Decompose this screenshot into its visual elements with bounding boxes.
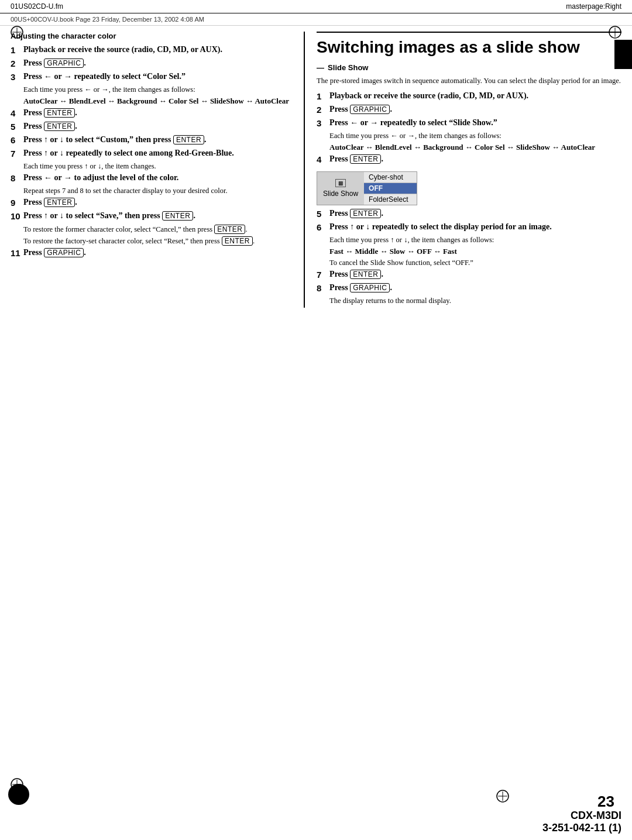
- left-step-10-indent2: To restore the factory-set character col…: [23, 236, 292, 246]
- enter-btn-l10a: ENTER: [214, 225, 245, 234]
- left-step-8-indent: Repeat steps 7 and 8 to set the characte…: [23, 187, 292, 195]
- left-step-7: 7 Press ↑ or ↓ repeatedly to select one …: [11, 149, 292, 159]
- right-step-2: 2 Press GRAPHIC.: [317, 105, 621, 115]
- left-step-9: 9 Press ENTER.: [11, 198, 292, 208]
- header-right: masterpage:Right: [566, 2, 621, 11]
- page-content: Adjusting the character color 1 Playback…: [0, 26, 632, 343]
- header-bar: 01US02CD-U.fm masterpage:Right: [0, 0, 632, 13]
- left-step-3: 3 Press ← or → repeatedly to select “Col…: [11, 72, 292, 82]
- menu-item-folderselect: FolderSelect: [364, 194, 417, 205]
- corner-tr-crosshair: [609, 26, 621, 41]
- left-step-3-flow: AutoClear ↔ BlendLevel ↔ Background ↔ Co…: [23, 97, 292, 106]
- model-name: CDX-M3DI: [542, 810, 621, 822]
- left-step-5: 5 Press ENTER.: [11, 122, 292, 132]
- menu-screenshot: ▩ Slide Show Cyber-shot OFF FolderSelect: [317, 171, 417, 205]
- enter-btn-l9: ENTER: [44, 198, 75, 207]
- right-intro-text: The pre-stored images switch in sequence…: [317, 77, 621, 85]
- corner-br-crosshair: [496, 790, 509, 805]
- left-step-6: 6 Press ↑ or ↓ to select “Custom,” then …: [11, 135, 292, 145]
- menu-slide-show-label: Slide Show: [323, 190, 358, 198]
- enter-btn-l10: ENTER: [162, 211, 193, 221]
- left-step-7-indent: Each time you press ↑ or ↓, the item cha…: [23, 162, 292, 171]
- right-step-3-flow: AutoClear ↔ BlendLevel ↔ Background ↔ Co…: [329, 143, 621, 152]
- graphic-btn-r8: GRAPHIC: [350, 283, 390, 292]
- menu-icon: ▩: [335, 179, 346, 187]
- left-step-2: 2 Press GRAPHIC.: [11, 58, 292, 68]
- right-step-6: 6 Press ↑ or ↓ repeatedly to select the …: [317, 222, 621, 232]
- left-step-10: 10 Press ↑ or ↓ to select “Save,” then p…: [11, 211, 292, 221]
- page-number: 23: [597, 793, 614, 811]
- enter-btn-l4: ENTER: [44, 108, 75, 118]
- right-step-5: 5 Press ENTER.: [317, 209, 621, 219]
- menu-right: Cyber-shot OFF FolderSelect: [364, 172, 417, 205]
- enter-btn-l5: ENTER: [44, 122, 75, 131]
- enter-btn-r4: ENTER: [350, 154, 381, 164]
- left-step-3-indent: Each time you press ← or →, the item cha…: [23, 85, 292, 94]
- right-step-7: 7 Press ENTER.: [317, 270, 621, 280]
- right-step-8-indent: The display returns to the normal displa…: [329, 297, 621, 305]
- graphic-btn-r2: GRAPHIC: [350, 105, 390, 114]
- part-number: 3-251-042-11 (1): [542, 822, 621, 834]
- left-step-4: 4 Press ENTER.: [11, 108, 292, 118]
- right-column: Switching images as a slide show Slide S…: [304, 32, 621, 308]
- corner-tl-crosshair: [11, 26, 23, 41]
- left-step-1: 1 Playback or receive the source (radio,…: [11, 45, 292, 55]
- header-left: 01US02CD-U.fm: [11, 2, 63, 11]
- right-step-1: 1 Playback or receive the source (radio,…: [317, 91, 621, 101]
- left-step-8: 8 Press ← or → to adjust the level of th…: [11, 173, 292, 183]
- enter-btn-l6: ENTER: [173, 135, 204, 144]
- right-step-6-indent: Each time you press ↑ or ↓, the item cha…: [329, 236, 621, 245]
- black-circle-marker: [8, 784, 29, 805]
- left-column: Adjusting the character color 1 Playback…: [11, 32, 304, 308]
- graphic-btn-l11: GRAPHIC: [44, 248, 84, 257]
- right-step-6-flow: Fast ↔ Middle ↔ Slow ↔ OFF ↔ Fast: [329, 247, 621, 256]
- black-square-marker: [614, 40, 632, 69]
- menu-item-off: OFF: [364, 183, 417, 194]
- right-step-6-cancel: To cancel the Slide Show function, selec…: [329, 259, 621, 267]
- left-step-10-indent1: To restore the former character color, s…: [23, 225, 292, 234]
- graphic-btn-l2: GRAPHIC: [44, 58, 84, 68]
- enter-btn-l10b: ENTER: [222, 236, 253, 246]
- right-big-title: Switching images as a slide show: [317, 32, 621, 57]
- enter-btn-r7: ENTER: [350, 270, 381, 279]
- right-step-3: 3 Press ← or → repeatedly to select “Sli…: [317, 118, 621, 128]
- right-step-3-indent: Each time you press ← or →, the item cha…: [329, 132, 621, 140]
- left-section-title: Adjusting the character color: [11, 32, 292, 40]
- sub-header-text: 00US+00COV-U.book Page 23 Friday, Decemb…: [11, 16, 204, 23]
- right-step-4: 4 Press ENTER.: [317, 154, 621, 164]
- slide-show-label: Slide Show: [317, 63, 621, 72]
- sub-header: 00US+00COV-U.book Page 23 Friday, Decemb…: [0, 13, 632, 26]
- left-step-11: 11 Press GRAPHIC.: [11, 248, 292, 258]
- menu-left: ▩ Slide Show: [317, 172, 364, 205]
- model-info: CDX-M3DI 3-251-042-11 (1): [542, 810, 621, 834]
- enter-btn-r5: ENTER: [350, 209, 381, 218]
- right-step-8: 8 Press GRAPHIC.: [317, 283, 621, 293]
- menu-item-cybershot: Cyber-shot: [364, 172, 417, 183]
